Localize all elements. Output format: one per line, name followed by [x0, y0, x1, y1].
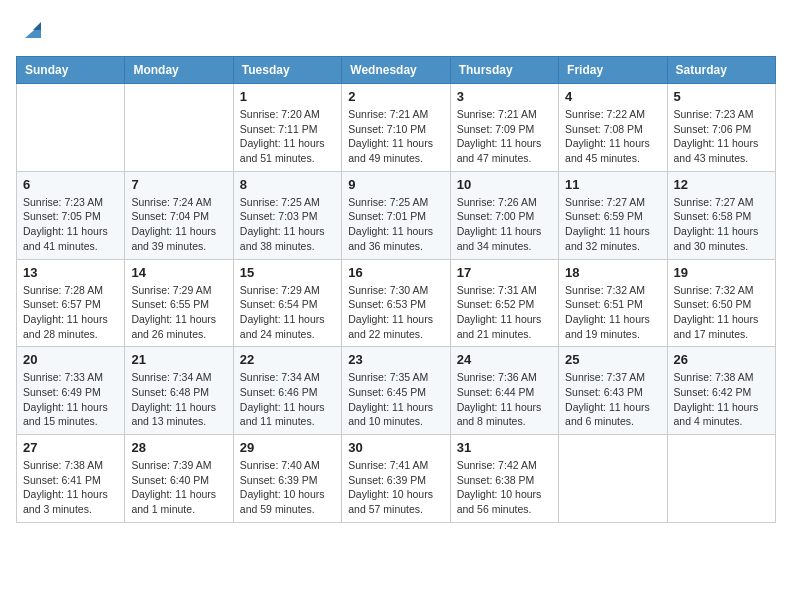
calendar-cell: 20Sunrise: 7:33 AM Sunset: 6:49 PM Dayli… — [17, 347, 125, 435]
day-number: 29 — [240, 440, 335, 455]
day-info: Sunrise: 7:25 AM Sunset: 7:01 PM Dayligh… — [348, 195, 443, 254]
calendar-week-row: 27Sunrise: 7:38 AM Sunset: 6:41 PM Dayli… — [17, 435, 776, 523]
calendar-cell: 11Sunrise: 7:27 AM Sunset: 6:59 PM Dayli… — [559, 171, 667, 259]
day-number: 3 — [457, 89, 552, 104]
calendar-cell: 30Sunrise: 7:41 AM Sunset: 6:39 PM Dayli… — [342, 435, 450, 523]
calendar-cell: 17Sunrise: 7:31 AM Sunset: 6:52 PM Dayli… — [450, 259, 558, 347]
day-number: 27 — [23, 440, 118, 455]
calendar-cell: 7Sunrise: 7:24 AM Sunset: 7:04 PM Daylig… — [125, 171, 233, 259]
calendar-cell: 3Sunrise: 7:21 AM Sunset: 7:09 PM Daylig… — [450, 84, 558, 172]
day-number: 16 — [348, 265, 443, 280]
day-info: Sunrise: 7:24 AM Sunset: 7:04 PM Dayligh… — [131, 195, 226, 254]
day-number: 20 — [23, 352, 118, 367]
calendar-cell: 16Sunrise: 7:30 AM Sunset: 6:53 PM Dayli… — [342, 259, 450, 347]
calendar-cell: 2Sunrise: 7:21 AM Sunset: 7:10 PM Daylig… — [342, 84, 450, 172]
calendar-cell: 9Sunrise: 7:25 AM Sunset: 7:01 PM Daylig… — [342, 171, 450, 259]
calendar-cell: 4Sunrise: 7:22 AM Sunset: 7:08 PM Daylig… — [559, 84, 667, 172]
calendar-cell — [125, 84, 233, 172]
day-info: Sunrise: 7:25 AM Sunset: 7:03 PM Dayligh… — [240, 195, 335, 254]
calendar-cell: 29Sunrise: 7:40 AM Sunset: 6:39 PM Dayli… — [233, 435, 341, 523]
day-info: Sunrise: 7:38 AM Sunset: 6:41 PM Dayligh… — [23, 458, 118, 517]
calendar-week-row: 6Sunrise: 7:23 AM Sunset: 7:05 PM Daylig… — [17, 171, 776, 259]
day-number: 12 — [674, 177, 769, 192]
calendar-cell: 15Sunrise: 7:29 AM Sunset: 6:54 PM Dayli… — [233, 259, 341, 347]
calendar-header-row: SundayMondayTuesdayWednesdayThursdayFrid… — [17, 57, 776, 84]
day-number: 11 — [565, 177, 660, 192]
calendar-cell: 8Sunrise: 7:25 AM Sunset: 7:03 PM Daylig… — [233, 171, 341, 259]
day-info: Sunrise: 7:27 AM Sunset: 6:59 PM Dayligh… — [565, 195, 660, 254]
calendar-header-thursday: Thursday — [450, 57, 558, 84]
day-number: 8 — [240, 177, 335, 192]
day-info: Sunrise: 7:34 AM Sunset: 6:48 PM Dayligh… — [131, 370, 226, 429]
calendar-cell: 14Sunrise: 7:29 AM Sunset: 6:55 PM Dayli… — [125, 259, 233, 347]
calendar-cell: 25Sunrise: 7:37 AM Sunset: 6:43 PM Dayli… — [559, 347, 667, 435]
day-info: Sunrise: 7:40 AM Sunset: 6:39 PM Dayligh… — [240, 458, 335, 517]
calendar-cell: 18Sunrise: 7:32 AM Sunset: 6:51 PM Dayli… — [559, 259, 667, 347]
day-info: Sunrise: 7:23 AM Sunset: 7:06 PM Dayligh… — [674, 107, 769, 166]
day-number: 25 — [565, 352, 660, 367]
calendar-cell: 23Sunrise: 7:35 AM Sunset: 6:45 PM Dayli… — [342, 347, 450, 435]
day-number: 14 — [131, 265, 226, 280]
calendar-cell: 27Sunrise: 7:38 AM Sunset: 6:41 PM Dayli… — [17, 435, 125, 523]
day-info: Sunrise: 7:21 AM Sunset: 7:10 PM Dayligh… — [348, 107, 443, 166]
day-info: Sunrise: 7:41 AM Sunset: 6:39 PM Dayligh… — [348, 458, 443, 517]
day-number: 5 — [674, 89, 769, 104]
day-info: Sunrise: 7:38 AM Sunset: 6:42 PM Dayligh… — [674, 370, 769, 429]
day-info: Sunrise: 7:20 AM Sunset: 7:11 PM Dayligh… — [240, 107, 335, 166]
calendar-header-friday: Friday — [559, 57, 667, 84]
day-number: 21 — [131, 352, 226, 367]
day-info: Sunrise: 7:28 AM Sunset: 6:57 PM Dayligh… — [23, 283, 118, 342]
day-info: Sunrise: 7:32 AM Sunset: 6:50 PM Dayligh… — [674, 283, 769, 342]
day-number: 22 — [240, 352, 335, 367]
calendar-week-row: 20Sunrise: 7:33 AM Sunset: 6:49 PM Dayli… — [17, 347, 776, 435]
day-number: 31 — [457, 440, 552, 455]
logo-icon — [19, 16, 47, 44]
day-number: 28 — [131, 440, 226, 455]
calendar-cell — [559, 435, 667, 523]
day-number: 18 — [565, 265, 660, 280]
day-info: Sunrise: 7:36 AM Sunset: 6:44 PM Dayligh… — [457, 370, 552, 429]
day-number: 24 — [457, 352, 552, 367]
day-info: Sunrise: 7:39 AM Sunset: 6:40 PM Dayligh… — [131, 458, 226, 517]
calendar-week-row: 13Sunrise: 7:28 AM Sunset: 6:57 PM Dayli… — [17, 259, 776, 347]
calendar-header-tuesday: Tuesday — [233, 57, 341, 84]
day-info: Sunrise: 7:29 AM Sunset: 6:55 PM Dayligh… — [131, 283, 226, 342]
calendar-table: SundayMondayTuesdayWednesdayThursdayFrid… — [16, 56, 776, 523]
day-number: 4 — [565, 89, 660, 104]
day-number: 23 — [348, 352, 443, 367]
day-info: Sunrise: 7:35 AM Sunset: 6:45 PM Dayligh… — [348, 370, 443, 429]
calendar-cell: 22Sunrise: 7:34 AM Sunset: 6:46 PM Dayli… — [233, 347, 341, 435]
day-info: Sunrise: 7:26 AM Sunset: 7:00 PM Dayligh… — [457, 195, 552, 254]
day-info: Sunrise: 7:29 AM Sunset: 6:54 PM Dayligh… — [240, 283, 335, 342]
calendar-cell: 19Sunrise: 7:32 AM Sunset: 6:50 PM Dayli… — [667, 259, 775, 347]
day-info: Sunrise: 7:32 AM Sunset: 6:51 PM Dayligh… — [565, 283, 660, 342]
day-number: 7 — [131, 177, 226, 192]
calendar-cell — [667, 435, 775, 523]
day-info: Sunrise: 7:30 AM Sunset: 6:53 PM Dayligh… — [348, 283, 443, 342]
day-info: Sunrise: 7:42 AM Sunset: 6:38 PM Dayligh… — [457, 458, 552, 517]
calendar-header-wednesday: Wednesday — [342, 57, 450, 84]
calendar-cell: 21Sunrise: 7:34 AM Sunset: 6:48 PM Dayli… — [125, 347, 233, 435]
day-number: 17 — [457, 265, 552, 280]
day-info: Sunrise: 7:37 AM Sunset: 6:43 PM Dayligh… — [565, 370, 660, 429]
day-info: Sunrise: 7:22 AM Sunset: 7:08 PM Dayligh… — [565, 107, 660, 166]
calendar-cell: 24Sunrise: 7:36 AM Sunset: 6:44 PM Dayli… — [450, 347, 558, 435]
day-number: 30 — [348, 440, 443, 455]
calendar-cell: 28Sunrise: 7:39 AM Sunset: 6:40 PM Dayli… — [125, 435, 233, 523]
day-number: 13 — [23, 265, 118, 280]
day-info: Sunrise: 7:34 AM Sunset: 6:46 PM Dayligh… — [240, 370, 335, 429]
day-number: 15 — [240, 265, 335, 280]
calendar-cell: 13Sunrise: 7:28 AM Sunset: 6:57 PM Dayli… — [17, 259, 125, 347]
calendar-cell: 6Sunrise: 7:23 AM Sunset: 7:05 PM Daylig… — [17, 171, 125, 259]
calendar-cell: 12Sunrise: 7:27 AM Sunset: 6:58 PM Dayli… — [667, 171, 775, 259]
day-info: Sunrise: 7:27 AM Sunset: 6:58 PM Dayligh… — [674, 195, 769, 254]
calendar-cell: 5Sunrise: 7:23 AM Sunset: 7:06 PM Daylig… — [667, 84, 775, 172]
calendar-header-monday: Monday — [125, 57, 233, 84]
day-info: Sunrise: 7:31 AM Sunset: 6:52 PM Dayligh… — [457, 283, 552, 342]
calendar-cell: 1Sunrise: 7:20 AM Sunset: 7:11 PM Daylig… — [233, 84, 341, 172]
day-number: 10 — [457, 177, 552, 192]
day-number: 9 — [348, 177, 443, 192]
page-header — [16, 16, 776, 44]
svg-marker-1 — [33, 22, 41, 30]
day-number: 6 — [23, 177, 118, 192]
